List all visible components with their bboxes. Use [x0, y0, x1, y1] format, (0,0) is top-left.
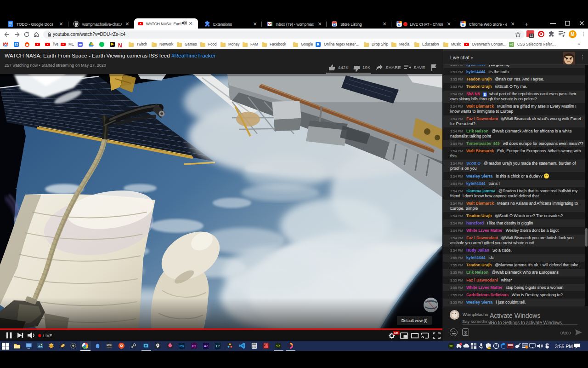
svg-text:Pr: Pr: [192, 344, 196, 348]
svg-text:HD: HD: [394, 332, 398, 334]
svg-text:GAMES: GAMES: [107, 346, 113, 348]
svg-text:Default view (t): Default view (t): [401, 318, 428, 323]
svg-text:Lr: Lr: [216, 344, 220, 348]
svg-text:Ae: Ae: [204, 344, 209, 348]
svg-text:Ps: Ps: [180, 344, 184, 348]
svg-text:LIVE: LIVE: [43, 334, 52, 338]
svg-text:TDF: TDF: [4, 45, 7, 47]
svg-text:EPIC: EPIC: [107, 344, 112, 346]
